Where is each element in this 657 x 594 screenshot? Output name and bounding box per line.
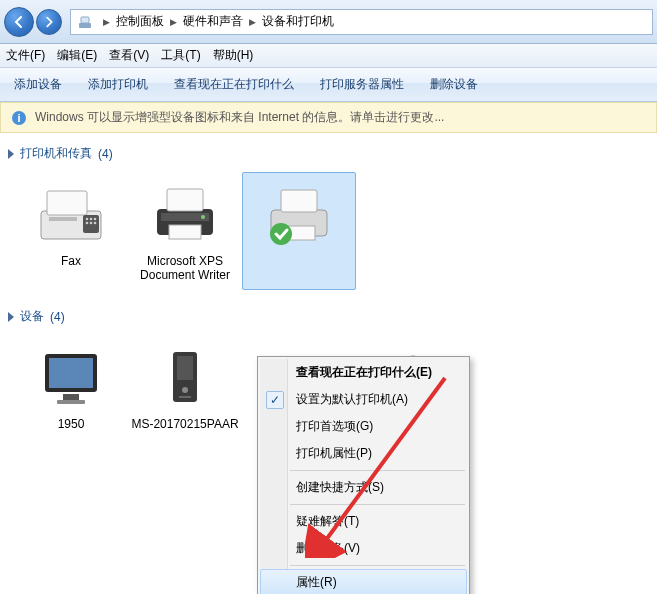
breadcrumb-item[interactable]: 设备和打印机 xyxy=(262,13,334,30)
info-bar-text: Windows 可以显示增强型设备图标和来自 Internet 的信息。请单击进… xyxy=(35,109,444,126)
content-area: 打印机和传真 (4) Fax Microsoft XPS Document Wr… xyxy=(0,133,657,469)
breadcrumb-item[interactable]: 控制面板 xyxy=(116,13,164,30)
svg-point-29 xyxy=(182,387,188,393)
svg-rect-20 xyxy=(281,190,317,212)
check-icon: ✓ xyxy=(266,391,284,409)
printers-grid: Fax Microsoft XPS Document Writer xyxy=(4,168,653,302)
collapse-icon xyxy=(8,149,14,159)
see-printing-button[interactable]: 查看现在正在打印什么 xyxy=(174,76,294,93)
menu-edit[interactable]: 编辑(E) xyxy=(57,47,97,64)
svg-rect-15 xyxy=(167,189,203,211)
svg-point-10 xyxy=(86,222,89,225)
menu-help[interactable]: 帮助(H) xyxy=(213,47,254,64)
ctx-set-default-label: 设置为默认打印机(A) xyxy=(296,392,408,406)
device-item[interactable]: 1950 xyxy=(14,335,128,451)
ctx-printing-prefs[interactable]: 打印首选项(G) xyxy=(260,413,467,440)
ctx-properties[interactable]: 属性(R) xyxy=(260,569,467,594)
svg-rect-25 xyxy=(63,394,79,400)
ctx-troubleshoot[interactable]: 疑难解答(T) xyxy=(260,508,467,535)
context-menu: 查看现在正在打印什么(E) ✓ 设置为默认打印机(A) 打印首选项(G) 打印机… xyxy=(257,356,470,594)
print-server-props-button[interactable]: 打印服务器属性 xyxy=(320,76,404,93)
svg-rect-28 xyxy=(177,356,193,380)
printer-icon xyxy=(144,178,226,252)
remove-device-button[interactable]: 删除设备 xyxy=(430,76,478,93)
svg-rect-0 xyxy=(79,23,91,28)
collapse-icon xyxy=(8,312,14,322)
svg-rect-16 xyxy=(169,225,201,239)
svg-rect-1 xyxy=(81,17,89,23)
info-icon: i xyxy=(11,110,27,126)
svg-rect-13 xyxy=(49,217,77,221)
section-printers-title: 打印机和传真 xyxy=(20,145,92,162)
address-bar: ▶ 控制面板 ▶ 硬件和声音 ▶ 设备和打印机 xyxy=(0,0,657,44)
command-bar: 添加设备 添加打印机 查看现在正在打印什么 打印服务器属性 删除设备 xyxy=(0,68,657,102)
item-label: MS-20170215PAAR xyxy=(131,417,238,445)
info-bar[interactable]: i Windows 可以显示增强型设备图标和来自 Internet 的信息。请单… xyxy=(0,102,657,133)
nav-back-button[interactable] xyxy=(4,7,34,37)
ctx-printer-props[interactable]: 打印机属性(P) xyxy=(260,440,467,467)
item-label: 1950 xyxy=(58,417,85,445)
section-printers-count: (4) xyxy=(98,147,113,161)
section-devices-count: (4) xyxy=(50,310,65,324)
menu-view[interactable]: 查看(V) xyxy=(109,47,149,64)
breadcrumb-icon xyxy=(77,14,93,30)
menu-bar: 文件(F) 编辑(E) 查看(V) 工具(T) 帮助(H) xyxy=(0,44,657,68)
section-devices-header[interactable]: 设备 (4) xyxy=(4,302,653,331)
svg-point-8 xyxy=(90,218,93,221)
ctx-create-shortcut[interactable]: 创建快捷方式(S) xyxy=(260,474,467,501)
chevron-right-icon: ▶ xyxy=(243,17,262,27)
fax-icon xyxy=(30,178,112,252)
svg-rect-5 xyxy=(47,191,87,215)
item-label: Microsoft XPS Document Writer xyxy=(130,254,240,282)
printer-item-selected[interactable] xyxy=(242,172,356,290)
separator xyxy=(290,565,465,566)
ctx-set-default[interactable]: ✓ 设置为默认打印机(A) xyxy=(260,386,467,413)
monitor-icon xyxy=(30,341,112,415)
svg-point-22 xyxy=(270,223,292,245)
section-printers-header[interactable]: 打印机和传真 (4) xyxy=(4,139,653,168)
add-device-button[interactable]: 添加设备 xyxy=(14,76,62,93)
svg-point-18 xyxy=(201,215,205,219)
separator xyxy=(290,504,465,505)
printer-icon xyxy=(258,179,340,253)
printer-item[interactable]: Microsoft XPS Document Writer xyxy=(128,172,242,290)
computer-icon xyxy=(144,341,226,415)
ctx-see-printing[interactable]: 查看现在正在打印什么(E) xyxy=(260,359,467,386)
svg-rect-24 xyxy=(49,358,93,388)
svg-text:i: i xyxy=(17,112,20,124)
chevron-right-icon: ▶ xyxy=(97,17,116,27)
printer-item[interactable]: Fax xyxy=(14,172,128,290)
item-label: Fax xyxy=(61,254,81,282)
breadcrumb-item[interactable]: 硬件和声音 xyxy=(183,13,243,30)
nav-forward-button[interactable] xyxy=(36,9,62,35)
add-printer-button[interactable]: 添加打印机 xyxy=(88,76,148,93)
menu-tools[interactable]: 工具(T) xyxy=(161,47,200,64)
svg-rect-30 xyxy=(179,396,191,398)
svg-point-7 xyxy=(86,218,89,221)
svg-point-11 xyxy=(90,222,93,225)
section-devices-title: 设备 xyxy=(20,308,44,325)
device-item[interactable]: MS-20170215PAAR xyxy=(128,335,242,451)
svg-point-9 xyxy=(94,218,97,221)
menu-file[interactable]: 文件(F) xyxy=(6,47,45,64)
breadcrumb[interactable]: ▶ 控制面板 ▶ 硬件和声音 ▶ 设备和打印机 xyxy=(70,9,653,35)
svg-point-12 xyxy=(94,222,97,225)
svg-rect-26 xyxy=(57,400,85,404)
ctx-remove[interactable]: 删除设备(V) xyxy=(260,535,467,562)
separator xyxy=(290,470,465,471)
chevron-right-icon: ▶ xyxy=(164,17,183,27)
